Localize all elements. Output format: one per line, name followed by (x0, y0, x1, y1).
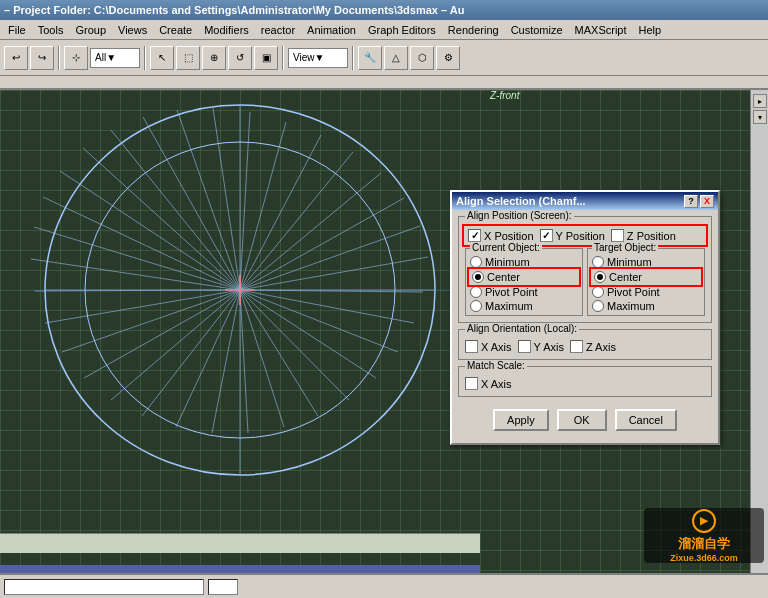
target-pivot-radio[interactable]: Pivot Point (592, 286, 700, 298)
x-position-checkbox[interactable] (468, 229, 481, 242)
toolbar-rotate[interactable]: ↺ (228, 46, 252, 70)
ok-button[interactable]: OK (557, 409, 607, 431)
dialog-close-button[interactable]: X (700, 195, 714, 208)
orient-y-checkbox-item[interactable]: Y Axis (518, 340, 564, 353)
orient-x-checkbox[interactable] (465, 340, 478, 353)
svg-line-14 (111, 130, 240, 290)
current-minimum-radio[interactable]: Minimum (470, 256, 578, 268)
z-position-label: Z Position (627, 230, 676, 242)
target-center-radio[interactable]: Center (592, 270, 700, 284)
separator-3 (282, 46, 284, 70)
scale-x-checkbox[interactable] (465, 377, 478, 390)
y-position-checkbox-item[interactable]: Y Position (540, 229, 605, 242)
toolbar-scale[interactable]: ▣ (254, 46, 278, 70)
toolbar-undo[interactable]: ↩ (4, 46, 28, 70)
current-minimum-label: Minimum (485, 256, 530, 268)
toolbar-region-select[interactable]: ⬚ (176, 46, 200, 70)
target-pivot-label: Pivot Point (607, 286, 660, 298)
svg-line-26 (176, 290, 240, 427)
orientation-checkboxes-row: X Axis Y Axis Z Axis (465, 340, 705, 353)
toolbar: ↩ ↪ ⊹ All▼ ↖ ⬚ ⊕ ↺ ▣ View▼ 🔧 △ ⬡ ⚙ (0, 40, 768, 76)
z-position-checkbox[interactable] (611, 229, 624, 242)
status-input[interactable] (4, 579, 204, 595)
right-btn-1[interactable]: ▸ (753, 94, 767, 108)
current-pivot-radio-btn[interactable] (470, 286, 482, 298)
menu-reactor[interactable]: reactor (255, 22, 301, 38)
svg-line-25 (142, 290, 240, 416)
toolbar-select[interactable]: ⊹ (64, 46, 88, 70)
target-maximum-radio[interactable]: Maximum (592, 300, 700, 312)
target-maximum-radio-btn[interactable] (592, 300, 604, 312)
current-center-radio-btn[interactable] (472, 271, 484, 283)
orient-z-checkbox-item[interactable]: Z Axis (570, 340, 616, 353)
current-pivot-radio[interactable]: Pivot Point (470, 286, 578, 298)
target-pivot-radio-btn[interactable] (592, 286, 604, 298)
toolbar-btn3[interactable]: ⬡ (410, 46, 434, 70)
cancel-button[interactable]: Cancel (615, 409, 677, 431)
toolbar-btn2[interactable]: △ (384, 46, 408, 70)
toolbar-btn1[interactable]: 🔧 (358, 46, 382, 70)
x-position-checkbox-item[interactable]: X Position (468, 229, 534, 242)
target-center-radio-btn[interactable] (594, 271, 606, 283)
toolbar-move[interactable]: ⊕ (202, 46, 226, 70)
bottom-strip (0, 533, 480, 553)
frame-input[interactable] (208, 579, 238, 595)
toolbar-redo[interactable]: ↪ (30, 46, 54, 70)
scale-x-checkbox-item[interactable]: X Axis (465, 377, 512, 390)
dialog-title-bar: Align Selection (Chamf... ? X (452, 192, 718, 210)
menu-views[interactable]: Views (112, 22, 153, 38)
dialog-buttons-row: Apply OK Cancel (458, 403, 712, 437)
orient-y-label: Y Axis (534, 341, 564, 353)
toolbar-select-obj[interactable]: ↖ (150, 46, 174, 70)
svg-line-31 (240, 290, 349, 400)
dialog-title-text: Align Selection (Chamf... (456, 195, 684, 207)
separator-4 (352, 46, 354, 70)
svg-line-3 (240, 257, 428, 290)
menu-bar: File Tools Group Views Create Modifiers … (0, 20, 768, 40)
svg-line-17 (43, 197, 240, 290)
menu-maxscript[interactable]: MAXScript (569, 22, 633, 38)
y-position-checkbox[interactable] (540, 229, 553, 242)
svg-line-15 (83, 148, 240, 290)
object-columns: Current Object: Minimum Center (465, 248, 705, 316)
x-position-label: X Position (484, 230, 534, 242)
svg-line-30 (240, 290, 318, 416)
current-minimum-radio-btn[interactable] (470, 256, 482, 268)
wireframe-svg (30, 90, 450, 490)
right-btn-2[interactable]: ▾ (753, 110, 767, 124)
orient-y-checkbox[interactable] (518, 340, 531, 353)
watermark-text-sub: Zixue.3d66.com (670, 553, 738, 563)
menu-file[interactable]: File (2, 22, 32, 38)
main-window: – Project Folder: C:\Documents and Setti… (0, 0, 768, 598)
view-dropdown[interactable]: View▼ (288, 48, 348, 68)
orient-x-checkbox-item[interactable]: X Axis (465, 340, 512, 353)
menu-tools[interactable]: Tools (32, 22, 70, 38)
filter-label: All (95, 52, 106, 63)
menu-customize[interactable]: Customize (505, 22, 569, 38)
menu-group[interactable]: Group (69, 22, 112, 38)
current-object-col: Current Object: Minimum Center (465, 248, 583, 316)
current-maximum-radio[interactable]: Maximum (470, 300, 578, 312)
svg-line-8 (240, 135, 321, 290)
menu-help[interactable]: Help (633, 22, 668, 38)
match-scale-title: Match Scale: (465, 360, 527, 371)
view-label: View (293, 52, 315, 63)
toolbar-filter-dropdown[interactable]: All▼ (90, 48, 140, 68)
menu-rendering[interactable]: Rendering (442, 22, 505, 38)
target-maximum-label: Maximum (607, 300, 655, 312)
menu-animation[interactable]: Animation (301, 22, 362, 38)
current-maximum-radio-btn[interactable] (470, 300, 482, 312)
menu-graph-editors[interactable]: Graph Editors (362, 22, 442, 38)
menu-create[interactable]: Create (153, 22, 198, 38)
dialog-help-button[interactable]: ? (684, 195, 698, 208)
separator-1 (58, 46, 60, 70)
toolbar-btn4[interactable]: ⚙ (436, 46, 460, 70)
current-center-radio[interactable]: Center (470, 270, 578, 284)
target-minimum-radio[interactable]: Minimum (592, 256, 700, 268)
menu-modifiers[interactable]: Modifiers (198, 22, 255, 38)
target-minimum-radio-btn[interactable] (592, 256, 604, 268)
apply-button[interactable]: Apply (493, 409, 549, 431)
z-position-checkbox-item[interactable]: Z Position (611, 229, 676, 242)
orient-z-checkbox[interactable] (570, 340, 583, 353)
svg-line-16 (60, 171, 240, 290)
